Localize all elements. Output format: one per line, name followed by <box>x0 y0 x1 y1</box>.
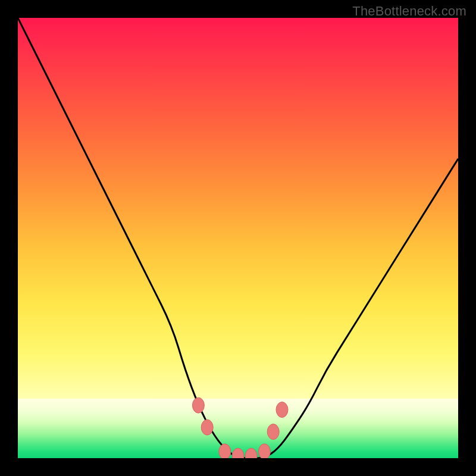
attribution-label: TheBottleneck.com <box>352 4 466 19</box>
gradient-top <box>18 18 458 399</box>
gradient-bottom <box>18 399 458 458</box>
plot-area <box>18 18 458 458</box>
chart-frame: TheBottleneck.com <box>0 0 476 476</box>
